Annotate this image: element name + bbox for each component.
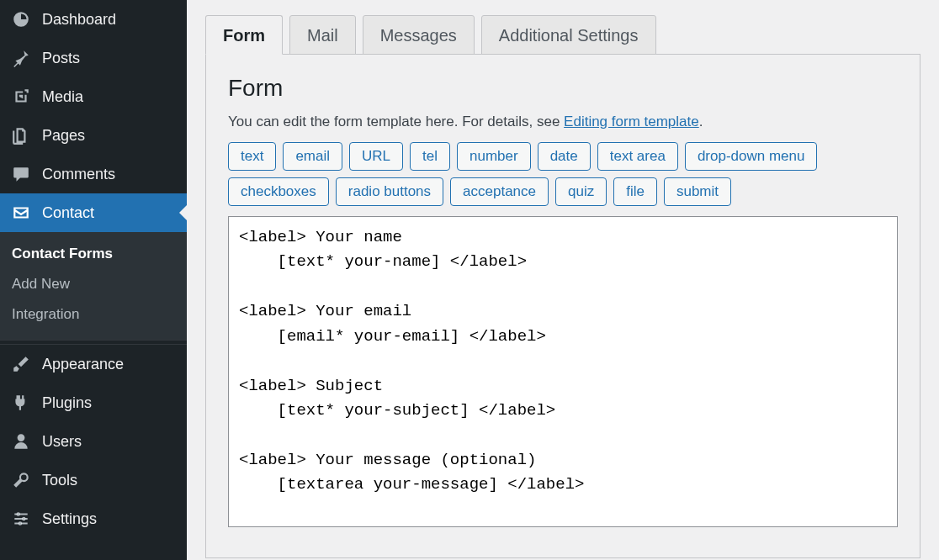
svg-point-0 (17, 512, 20, 515)
tag-btn-checkboxes[interactable]: checkboxes (228, 177, 329, 206)
tab-messages[interactable]: Messages (363, 15, 475, 55)
help-prefix: You can edit the form template here. For… (228, 114, 564, 129)
sidebar-item-appearance[interactable]: Appearance (0, 345, 187, 383)
submenu-item-contact-forms[interactable]: Contact Forms (0, 239, 187, 269)
tag-btn-dropdown[interactable]: drop-down menu (685, 142, 818, 171)
pages-icon (12, 126, 30, 145)
help-link[interactable]: Editing form template (564, 114, 699, 129)
panel-help-text: You can edit the form template here. For… (228, 114, 898, 130)
wrench-icon (12, 471, 30, 489)
sidebar-item-contact[interactable]: Contact (0, 193, 187, 232)
sidebar-item-comments[interactable]: Comments (0, 155, 187, 193)
user-icon (12, 432, 30, 451)
brush-icon (12, 355, 30, 373)
svg-point-1 (22, 517, 25, 520)
form-panel: Form You can edit the form template here… (205, 54, 920, 558)
tag-btn-tel[interactable]: tel (410, 142, 450, 171)
tag-btn-text[interactable]: text (228, 142, 276, 171)
tab-mail[interactable]: Mail (289, 15, 356, 55)
svg-point-2 (19, 521, 22, 525)
main-content: Form Mail Messages Additional Settings F… (187, 0, 939, 560)
tag-btn-number[interactable]: number (457, 142, 531, 171)
sidebar-item-media[interactable]: Media (0, 77, 187, 116)
sidebar-item-label: Comments (42, 166, 115, 183)
sidebar-item-tools[interactable]: Tools (0, 461, 187, 499)
tag-btn-date[interactable]: date (538, 142, 591, 171)
panel-heading: Form (228, 75, 898, 102)
tag-btn-textarea[interactable]: text area (597, 142, 678, 171)
mail-icon (12, 203, 30, 222)
admin-sidebar: Dashboard Posts Media Pages Comments Con… (0, 0, 187, 560)
sidebar-item-label: Settings (42, 510, 97, 528)
tag-btn-acceptance[interactable]: acceptance (450, 177, 549, 206)
sidebar-item-plugins[interactable]: Plugins (0, 383, 187, 422)
media-icon (12, 87, 30, 106)
sidebar-item-dashboard[interactable]: Dashboard (0, 0, 187, 39)
tag-btn-file[interactable]: file (613, 177, 657, 206)
sidebar-item-label: Posts (42, 50, 80, 67)
tag-btn-url[interactable]: URL (349, 142, 403, 171)
sidebar-item-label: Contact (42, 204, 94, 222)
sidebar-item-label: Users (42, 433, 82, 451)
sidebar-item-label: Media (42, 88, 83, 106)
sidebar-submenu-contact: Contact Forms Add New Integration (0, 232, 187, 340)
tag-btn-email[interactable]: email (283, 142, 342, 171)
sidebar-item-label: Appearance (42, 356, 124, 373)
submenu-item-add-new[interactable]: Add New (0, 269, 187, 299)
tag-generator: text email URL tel number date text area… (228, 142, 898, 206)
sidebar-item-settings[interactable]: Settings (0, 499, 187, 538)
help-suffix: . (699, 114, 703, 129)
tab-form[interactable]: Form (205, 15, 283, 55)
sidebar-item-posts[interactable]: Posts (0, 39, 187, 77)
sliders-icon (12, 510, 30, 528)
submenu-item-integration[interactable]: Integration (0, 299, 187, 330)
tag-btn-submit[interactable]: submit (664, 177, 731, 206)
sidebar-item-label: Plugins (42, 394, 92, 412)
tab-additional-settings[interactable]: Additional Settings (481, 15, 656, 55)
tag-btn-radio[interactable]: radio buttons (336, 177, 443, 206)
plug-icon (12, 394, 30, 412)
pin-icon (12, 49, 30, 67)
tab-bar: Form Mail Messages Additional Settings (205, 15, 920, 55)
tag-btn-quiz[interactable]: quiz (555, 177, 607, 206)
sidebar-item-users[interactable]: Users (0, 422, 187, 461)
comment-icon (12, 165, 30, 183)
sidebar-item-label: Pages (42, 127, 85, 145)
sidebar-item-pages[interactable]: Pages (0, 116, 187, 155)
form-template-editor[interactable] (228, 216, 898, 527)
sidebar-item-label: Dashboard (42, 11, 116, 29)
sidebar-item-label: Tools (42, 472, 77, 489)
dashboard-icon (12, 10, 30, 29)
